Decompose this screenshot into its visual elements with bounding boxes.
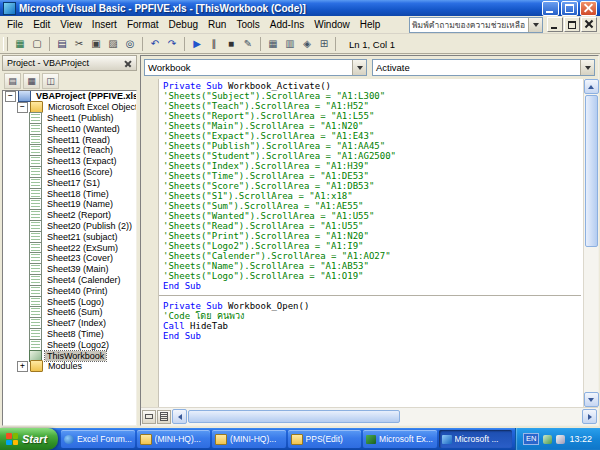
tree-item-modules[interactable]: +Modules <box>3 361 136 372</box>
undo-icon[interactable]: ↶ <box>147 36 163 52</box>
tray-icon[interactable] <box>543 435 552 444</box>
run-icon[interactable]: ▶ <box>189 36 205 52</box>
menu-add-ins[interactable]: Add-Ins <box>265 17 309 32</box>
help-question-box[interactable]: พิมพ์คำถามของความช่วยเหลือ <box>409 17 543 33</box>
tree-item-sheet12-teach[interactable]: Sheet12 (Teach) <box>3 145 136 156</box>
tree-item-sheet13-expact[interactable]: Sheet13 (Expact) <box>3 156 136 167</box>
menu-view[interactable]: View <box>55 17 87 32</box>
maximize-button[interactable] <box>561 1 578 16</box>
tree-item-sheet20-publish-2[interactable]: Sheet20 (Publish (2)) <box>3 221 136 232</box>
task-pps-edit[interactable]: PPS(Edit) <box>288 430 362 448</box>
redo-icon[interactable]: ↷ <box>164 36 180 52</box>
expand-icon[interactable]: + <box>17 361 28 372</box>
tree-item-sheet21-subjact[interactable]: Sheet21 (subjact) <box>3 231 136 242</box>
break-icon[interactable]: ∥ <box>206 36 222 52</box>
find-icon[interactable]: ◎ <box>122 36 138 52</box>
tree-item-sheet8-time[interactable]: Sheet8 (Time) <box>3 329 136 340</box>
tree-item-sheet19-name[interactable]: Sheet19 (Name) <box>3 199 136 210</box>
tree-item-label: Sheet7 (Index) <box>45 318 108 328</box>
tree-item-sheet2-report[interactable]: Sheet2 (Report) <box>3 210 136 221</box>
object-browser-icon[interactable]: ◈ <box>299 36 315 52</box>
view-microsoft-excel-icon[interactable]: ▦ <box>12 36 28 52</box>
scroll-right-button[interactable] <box>582 409 597 424</box>
task-label: Excel Forum... <box>77 434 132 444</box>
procedure-dropdown[interactable]: Activate <box>372 59 595 76</box>
tree-item-label: Sheet40 (Print) <box>45 286 110 296</box>
scroll-left-button[interactable] <box>172 409 187 424</box>
vertical-scroll-thumb[interactable] <box>585 95 598 247</box>
insert-userform-icon[interactable]: ▢ <box>29 36 45 52</box>
tray-icon[interactable] <box>556 435 565 444</box>
tree-item-sheet18-time[interactable]: Sheet18 (Time) <box>3 188 136 199</box>
tree-item-sheet9-logo2[interactable]: Sheet9 (Logo2) <box>3 339 136 350</box>
help-dropdown-button[interactable] <box>528 18 542 32</box>
project-panel-close-button[interactable] <box>122 58 134 69</box>
object-dropdown[interactable]: Workbook <box>144 59 367 76</box>
menu-run[interactable]: Run <box>203 17 231 32</box>
tree-item-thisworkbook[interactable]: ThisWorkbook <box>3 350 136 361</box>
code-line: Private Sub Workbook_Open() <box>163 301 581 311</box>
scroll-up-button[interactable] <box>584 79 599 94</box>
tree-item-sheet17-s1[interactable]: Sheet17 (S1) <box>3 177 136 188</box>
tree-item-sheet7-index[interactable]: Sheet7 (Index) <box>3 318 136 329</box>
tree-item-sheet4-calender[interactable]: Sheet4 (Calender) <box>3 275 136 286</box>
tree-item-sheet11-read[interactable]: Sheet11 (Read) <box>3 134 136 145</box>
start-button[interactable]: Start <box>0 428 58 450</box>
code-editor[interactable]: Private Sub Workbook_Activate()'Sheets("… <box>159 79 583 407</box>
close-button[interactable] <box>580 1 597 16</box>
tree-item-sheet22-exsum[interactable]: Sheet22 (ExSum) <box>3 242 136 253</box>
tree-item-vbaproject-ppfive-xls[interactable]: −VBAProject (PPFIVE.xls) <box>3 91 136 102</box>
procedure-view-button[interactable] <box>142 410 156 424</box>
task-mini-hq[interactable]: (MINI-HQ)... <box>137 430 211 448</box>
project-panel-toolbar: ▤▦◫ <box>2 71 137 90</box>
view-code-icon[interactable]: ▤ <box>4 73 21 89</box>
mdi-restore-button[interactable] <box>564 17 580 32</box>
tree-item-microsoft-excel-objects[interactable]: −Microsoft Excel Objects <box>3 102 136 113</box>
tree-item-sheet1-publish[interactable]: Sheet1 (Publish) <box>3 113 136 124</box>
procedure-dropdown-button[interactable] <box>580 60 594 75</box>
horizontal-scroll-thumb[interactable] <box>188 410 400 423</box>
collapse-icon[interactable]: − <box>5 91 16 102</box>
tree-item-sheet40-print[interactable]: Sheet40 (Print) <box>3 285 136 296</box>
language-indicator[interactable]: EN <box>523 433 539 445</box>
tree-item-sheet10-wanted[interactable]: Sheet10 (Wanted) <box>3 123 136 134</box>
tree-item-sheet6-sum[interactable]: Sheet6 (Sum) <box>3 307 136 318</box>
tree-item-sheet16-score[interactable]: Sheet16 (Score) <box>3 167 136 178</box>
menu-debug[interactable]: Debug <box>164 17 203 32</box>
save-icon[interactable]: ▤ <box>54 36 70 52</box>
tree-item-sheet5-logo[interactable]: Sheet5 (Logo) <box>3 296 136 307</box>
toggle-folders-icon[interactable]: ◫ <box>42 73 59 89</box>
paste-icon[interactable]: ▨ <box>105 36 121 52</box>
cut-icon[interactable]: ✂ <box>71 36 87 52</box>
menu-format[interactable]: Format <box>122 17 164 32</box>
task-mini-hq[interactable]: (MINI-HQ)... <box>212 430 286 448</box>
project-explorer-icon[interactable]: ▦ <box>265 36 281 52</box>
design-mode-icon[interactable]: ✎ <box>240 36 256 52</box>
menu-insert[interactable]: Insert <box>87 17 122 32</box>
full-module-view-button[interactable] <box>157 410 171 424</box>
scroll-down-button[interactable] <box>584 392 599 407</box>
object-dropdown-button[interactable] <box>352 60 366 75</box>
menu-file[interactable]: File <box>2 17 28 32</box>
menu-tools[interactable]: Tools <box>231 17 264 32</box>
menu-window[interactable]: Window <box>309 17 355 32</box>
menu-edit[interactable]: Edit <box>28 17 55 32</box>
mdi-minimize-button[interactable] <box>547 17 563 32</box>
code-vertical-scrollbar[interactable] <box>583 79 598 407</box>
task-excel-forum[interactable]: Excel Forum... <box>61 430 135 448</box>
folder-icon <box>291 434 303 445</box>
menu-help[interactable]: Help <box>355 17 386 32</box>
properties-window-icon[interactable]: ▥ <box>282 36 298 52</box>
task-microsoft[interactable]: Microsoft ... <box>439 430 513 448</box>
reset-icon[interactable]: ■ <box>223 36 239 52</box>
tree-item-sheet39-main[interactable]: Sheet39 (Main) <box>3 264 136 275</box>
task-microsoft-ex[interactable]: Microsoft Ex... <box>363 430 437 448</box>
tree-item-sheet23-cover[interactable]: Sheet23 (Cover) <box>3 253 136 264</box>
procedure-dropdown-value: Activate <box>373 62 580 73</box>
copy-icon[interactable]: ▣ <box>88 36 104 52</box>
toolbox-icon[interactable]: ⊞ <box>316 36 332 52</box>
view-object-icon[interactable]: ▦ <box>23 73 40 89</box>
collapse-icon[interactable]: − <box>17 102 28 113</box>
mdi-close-button[interactable] <box>581 17 597 32</box>
minimize-button[interactable] <box>542 1 559 16</box>
